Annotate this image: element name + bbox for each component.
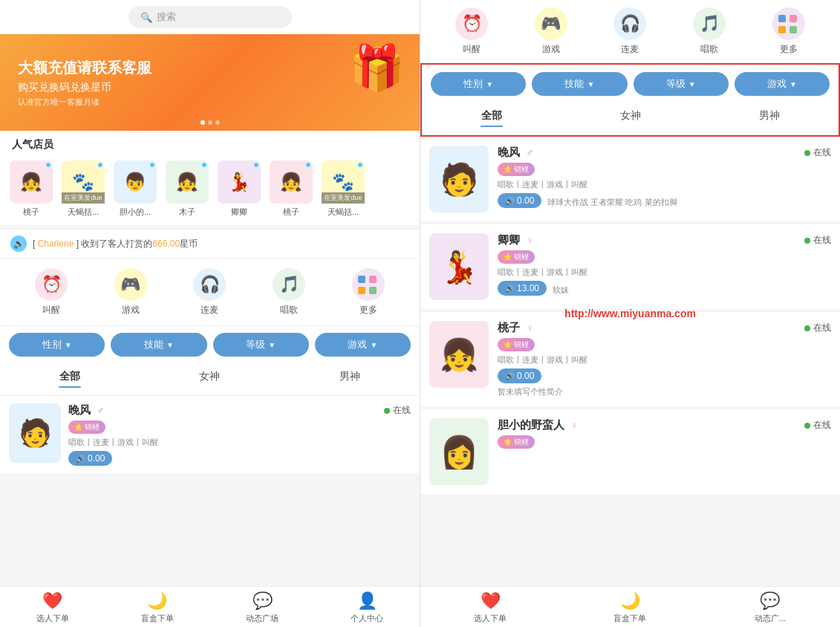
nav-item-profile[interactable]: 👤 个人中心 — [315, 591, 420, 624]
cat-item-game[interactable]: 🎮 游戏 — [114, 268, 147, 316]
staff-item[interactable]: 👦 胆小的... — [113, 160, 157, 218]
right-online-status: 在线 — [804, 146, 831, 159]
left-panel: 🔍 搜索 大额充值请联系客服 购买兑换码兑换星币 认准官方唯一客服月读 🎁 人气… — [0, 0, 420, 627]
popular-section-title: 人气店员 — [0, 131, 420, 156]
right-user-card[interactable]: 👧 桃子 ♀ 在线 锦鲤 唱歌丨连麦丨游戏丨叫醒 — [420, 312, 840, 406]
cat-item-wake[interactable]: ⏰ 叫醒 — [35, 268, 68, 316]
staff-name: 天蝎括... — [328, 207, 359, 218]
search-input-label[interactable]: 搜索 — [157, 10, 176, 24]
nav-item-blind[interactable]: 🌙 盲盒下单 — [105, 591, 209, 624]
filter-game[interactable]: 游戏 ▼ — [315, 333, 411, 357]
right-user-price-row: 🔊 13.00 软妹 — [498, 281, 831, 296]
right-rank-label: 锦鲤 — [514, 340, 529, 350]
staff-item[interactable]: 🐾 在室美发due 天蝎括... — [321, 160, 365, 218]
chevron-down-icon: ▼ — [789, 80, 797, 88]
right-user-name-wrap: 胆小的野蛮人 ♀ — [498, 418, 578, 432]
right-cat-more[interactable]: 更多 — [772, 7, 805, 56]
cat-item-more[interactable]: 更多 — [352, 268, 385, 316]
staff-item[interactable]: 💃 卿卿 — [217, 160, 261, 218]
right-nav-order[interactable]: ❤️ 选人下单 — [420, 591, 560, 624]
right-panel: ⏰ 叫醒 🎮 游戏 🎧 连麦 🎵 唱歌 更多 — [420, 0, 840, 627]
right-rank-label: 锦鲤 — [514, 252, 529, 262]
staff-item[interactable]: 👧 桃子 — [9, 160, 53, 218]
user-avatar: 🧑 — [9, 403, 61, 463]
right-price-value: 0.00 — [517, 371, 534, 381]
right-user-card[interactable]: 🧑 晚风 ♂ 在线 锦鲤 唱歌丨连麦丨游戏丨叫醒 — [420, 137, 840, 221]
cat-item-connect[interactable]: 🎧 连麦 — [193, 268, 226, 316]
right-user-list[interactable]: 🧑 晚风 ♂ 在线 锦鲤 唱歌丨连麦丨游戏丨叫醒 — [420, 137, 840, 586]
right-filter-bar: 性别 ▼ 技能 ▼ 等级 ▼ 游戏 ▼ — [422, 66, 839, 102]
right-filter-gender[interactable]: 性别 ▼ — [431, 72, 526, 96]
cat-label-wake: 叫醒 — [42, 304, 60, 316]
tab-goddess[interactable]: 女神 — [140, 363, 279, 395]
tab-all[interactable]: 全部 — [0, 363, 140, 395]
left-user-list[interactable]: 🧑 晚风 ♂ 在线 锦鲤 唱歌丨连麦丨游戏丨叫醒 — [0, 396, 420, 586]
right-filter-skill[interactable]: 技能 ▼ — [532, 72, 627, 96]
cat-item-sing[interactable]: 🎵 唱歌 — [273, 268, 305, 316]
right-filter-skill-label: 技能 — [564, 77, 584, 91]
online-status: 在线 — [384, 404, 411, 417]
right-user-avatar: 💃 — [429, 233, 489, 300]
right-user-card[interactable]: 💃 卿卿 ♀ 在线 锦鲤 唱歌丨连麦丨游戏丨叫醒 — [420, 224, 840, 309]
filter-gender[interactable]: 性别 ▼ — [9, 333, 105, 357]
right-cat-icon-more — [772, 7, 805, 40]
user-name-wrap: 晚风 ♂ — [68, 403, 104, 418]
staff-scroll[interactable]: 👧 桃子 🐾 在室美发due 天蝎括... 👦 胆小的... 👧 — [0, 156, 420, 225]
chevron-down-icon: ▼ — [587, 80, 594, 88]
right-user-card[interactable]: 👩 胆小的野蛮人 ♀ 在线 锦鲤 — [420, 409, 840, 494]
notif-text: [ Charlene ] 收到了客人打赏的666.00星币 — [33, 238, 198, 250]
right-user-rank: 锦鲤 — [498, 338, 535, 351]
right-filter-game-label: 游戏 — [767, 77, 787, 91]
right-price-badge: 🔊 0.00 — [498, 193, 541, 208]
staff-item[interactable]: 👧 桃子 — [269, 160, 313, 218]
staff-emoji: 👧 — [176, 172, 198, 192]
right-cat-label-wake: 叫醒 — [463, 43, 481, 56]
right-tab-goddess[interactable]: 女神 — [561, 102, 700, 134]
right-user-rank: 锦鲤 — [498, 435, 535, 449]
right-nav-feed[interactable]: 💬 动态广... — [700, 591, 840, 624]
banner-dots — [201, 120, 220, 125]
right-mic-icon: 🔊 — [505, 197, 514, 205]
rank-label: 锦鲤 — [85, 422, 100, 432]
right-tab-god[interactable]: 男神 — [700, 102, 839, 134]
notif-amount: 666.00 — [152, 238, 180, 249]
filter-level[interactable]: 等级 ▼ — [213, 333, 309, 357]
right-filter-level[interactable]: 等级 ▼ — [634, 72, 729, 96]
right-user-gender-icon: ♀ — [526, 235, 533, 246]
filter-skill[interactable]: 技能 ▼ — [111, 333, 206, 357]
right-nav-blind[interactable]: 🌙 盲盒下单 — [560, 591, 700, 624]
tab-god[interactable]: 男神 — [280, 363, 420, 395]
right-cat-connect[interactable]: 🎧 连麦 — [613, 7, 646, 56]
staff-avatar: 👧 — [166, 160, 209, 204]
right-user-info: 卿卿 ♀ 在线 锦鲤 唱歌丨连麦丨游戏丨叫醒 🔊 13.00 — [498, 233, 831, 300]
right-cat-game[interactable]: 🎮 游戏 — [535, 7, 567, 56]
filter-level-label: 等级 — [246, 338, 265, 351]
nav-item-feed[interactable]: 💬 动态广场 — [210, 591, 315, 624]
nav-item-order[interactable]: ❤️ 选人下单 — [0, 591, 105, 624]
staff-emoji: 👦 — [124, 172, 146, 192]
staff-item[interactable]: 👧 木子 — [165, 160, 209, 218]
banner-text: 大额充值请联系客服 购买兑换码兑换星币 认准官方唯一客服月读 — [18, 57, 152, 108]
right-user-info: 桃子 ♀ 在线 锦鲤 唱歌丨连麦丨游戏丨叫醒 🔊 0.00 — [498, 321, 831, 397]
right-user-name: 桃子 — [498, 321, 520, 334]
search-bar: 🔍 搜索 — [0, 0, 420, 34]
staff-name: 卿卿 — [231, 207, 247, 218]
right-user-info-header: 桃子 ♀ 在线 — [498, 321, 831, 335]
staff-avatar: 👦 — [114, 160, 157, 204]
cat-icon-game: 🎮 — [114, 268, 147, 301]
online-dot — [384, 408, 390, 414]
right-cat-sing[interactable]: 🎵 唱歌 — [693, 7, 726, 56]
search-input-wrap[interactable]: 🔍 搜索 — [128, 6, 292, 28]
staff-emoji: 👧 — [280, 172, 302, 192]
right-cat-wake[interactable]: ⏰ 叫醒 — [455, 7, 488, 56]
right-filter-game[interactable]: 游戏 ▼ — [735, 72, 830, 96]
staff-avatar: 👧 — [270, 160, 313, 204]
user-info-header: 晚风 ♂ 在线 — [68, 403, 411, 418]
right-chat-icon: 💬 — [760, 591, 780, 611]
right-nav-label-blind: 盲盒下单 — [613, 613, 646, 624]
right-user-avatar: 👩 — [429, 418, 489, 485]
user-card[interactable]: 🧑 晚风 ♂ 在线 锦鲤 唱歌丨连麦丨游戏丨叫醒 — [0, 396, 420, 473]
right-tab-all[interactable]: 全部 — [422, 102, 561, 134]
filter-gender-label: 性别 — [42, 338, 62, 351]
staff-item[interactable]: 🐾 在室美发due 天蝎括... — [61, 160, 105, 218]
